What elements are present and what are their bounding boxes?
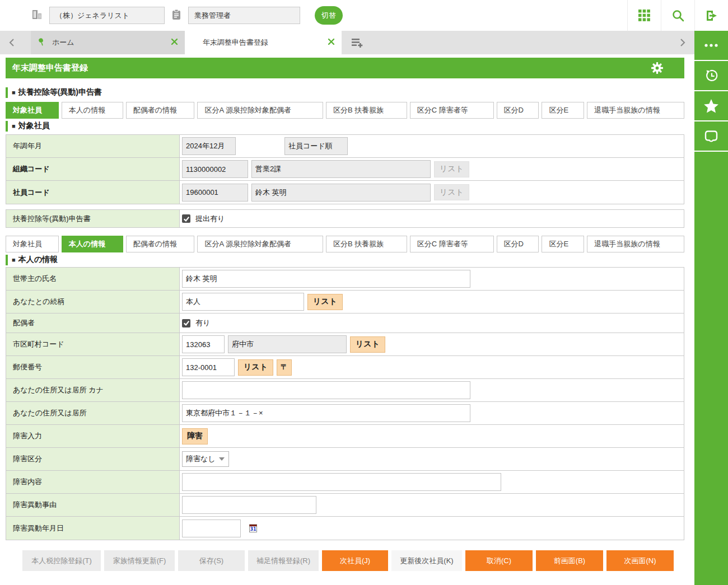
previous-screen-button[interactable]: 前画面(B)	[536, 550, 603, 571]
subtab-category-a[interactable]: 区分A 源泉控除対象配偶者	[197, 236, 323, 252]
tab-home[interactable]: ホーム	[31, 31, 185, 54]
tab-home-label: ホーム	[45, 38, 171, 48]
subtab-category-a[interactable]: 区分A 源泉控除対象配偶者	[197, 102, 323, 119]
supplementary-info-button: 補足情報登録(R)	[248, 550, 319, 571]
row-label: 扶養控除等(異動)申告書	[6, 210, 180, 227]
subtab-category-c[interactable]: 区分C 障害者等	[410, 102, 494, 119]
role-field[interactable]	[188, 7, 300, 24]
subtab-retirement-family[interactable]: 退職手当親族の情報	[587, 236, 684, 252]
page-title: 年末調整申告書登録	[6, 63, 88, 73]
chevron-left-icon[interactable]	[8, 38, 17, 47]
section-title: 本人の情報	[18, 255, 58, 265]
subtab-retirement-family[interactable]: 退職手当親族の情報	[587, 102, 684, 119]
city-code-field[interactable]	[182, 335, 225, 353]
row-nencho-month: 年調年月	[6, 135, 684, 158]
search-icon[interactable]	[661, 0, 694, 31]
city-list-button[interactable]: リスト	[350, 336, 385, 353]
row-disability-change-reason: 障害異動事由	[6, 494, 684, 517]
disability-change-reason-field[interactable]	[182, 496, 316, 514]
company-field[interactable]	[49, 7, 165, 24]
disability-detail-field[interactable]	[182, 473, 501, 491]
apps-grid-icon[interactable]	[627, 0, 661, 31]
company-building-icon	[31, 9, 43, 22]
personal-tax-deduction-button: 本人税控除登録(T)	[22, 550, 101, 571]
subtab-category-d[interactable]: 区分D	[497, 236, 539, 252]
subtab-spouse-info[interactable]: 配偶者の情報	[126, 236, 195, 252]
tab-nencho-label: 年末調整申告書登録	[192, 38, 328, 48]
disability-category-select[interactable]: 障害なし	[182, 451, 229, 467]
subtab-row-bottom: 対象社員 本人の情報 配偶者の情報 区分A 源泉控除対象配偶者 区分B 扶養親族…	[6, 236, 684, 252]
update-next-employee-button[interactable]: 更新後次社員(K)	[391, 550, 462, 571]
history-icon[interactable]	[694, 61, 728, 91]
subtab-category-e[interactable]: 区分E	[542, 236, 584, 252]
subtab-category-b[interactable]: 区分B 扶養親族	[326, 236, 407, 252]
row-org-code: 組織コード リスト	[6, 158, 684, 181]
submission-checkbox[interactable]	[182, 214, 190, 223]
address-kana-field[interactable]	[182, 381, 470, 399]
green-bar	[6, 87, 8, 98]
row-label: 組織コード	[6, 158, 180, 180]
subtab-category-d[interactable]: 区分D	[497, 102, 539, 119]
row-label: 障害異動年月日	[6, 517, 180, 540]
add-tab-icon[interactable]	[352, 38, 364, 50]
row-address: あなたの住所又は居所	[6, 402, 684, 425]
row-address-kana: あなたの住所又は居所 カナ	[6, 379, 684, 402]
memo-icon[interactable]	[694, 121, 728, 152]
next-screen-button[interactable]: 次画面(N)	[606, 550, 674, 571]
cancel-button[interactable]: 取消(C)	[465, 550, 533, 571]
clipboard-icon	[171, 9, 181, 22]
calendar-icon[interactable]: 31	[249, 523, 258, 533]
footer-button-bar: 本人税控除登録(T) 家族情報更新(F) 保存(S) 補足情報登録(R) 次社員…	[22, 550, 684, 571]
subtab-spouse-info[interactable]: 配偶者の情報	[126, 102, 195, 119]
close-icon[interactable]	[171, 38, 178, 47]
section-title: 扶養控除等(異動)申告書	[18, 87, 102, 97]
postal-mark-button[interactable]: 〒	[277, 359, 292, 376]
next-employee-button[interactable]: 次社員(J)	[322, 550, 388, 571]
disability-button[interactable]: 障害	[182, 428, 208, 444]
row-disability-entry: 障害入力 障害	[6, 425, 684, 448]
subtab-category-b[interactable]: 区分B 扶養親族	[326, 102, 407, 119]
row-employee-code: 社員コード リスト	[6, 181, 684, 204]
row-label: あなたとの続柄	[6, 291, 180, 313]
householder-name-field[interactable]	[182, 270, 470, 288]
subtab-category-c[interactable]: 区分C 障害者等	[410, 236, 494, 252]
postal-code-field[interactable]	[182, 358, 235, 376]
section-marker: ■	[12, 123, 16, 129]
relationship-list-button[interactable]: リスト	[307, 294, 343, 310]
tab-nencho-registration[interactable]: 年末調整申告書登録	[185, 31, 342, 54]
dropdown-arrow-icon	[219, 457, 225, 461]
row-householder-name: 世帯主の氏名	[6, 268, 684, 291]
personal-info-table: 世帯主の氏名 あなたとの続柄 リスト 配偶者 有り 市区町村コード	[6, 267, 684, 540]
relationship-field[interactable]	[182, 293, 304, 311]
org-code-field	[182, 160, 248, 178]
spouse-checkbox-label: 有り	[195, 318, 210, 328]
subtab-target-employee[interactable]: 対象社員	[6, 236, 59, 252]
subtab-category-e[interactable]: 区分E	[542, 102, 584, 119]
favorite-star-icon[interactable]	[694, 91, 728, 121]
row-label: 障害異動事由	[6, 494, 180, 516]
subtab-personal-info[interactable]: 本人の情報	[62, 102, 123, 119]
chevron-right-icon[interactable]	[678, 38, 687, 47]
subtab-personal-info[interactable]: 本人の情報	[62, 236, 123, 252]
gear-icon[interactable]	[651, 62, 664, 76]
green-bar	[6, 255, 8, 265]
green-bar	[6, 121, 8, 132]
svg-text:31: 31	[250, 527, 256, 532]
city-name-field	[228, 335, 347, 353]
ellipsis-icon[interactable]	[694, 31, 728, 61]
switch-button[interactable]: 切替	[315, 6, 343, 25]
right-sidebar	[694, 31, 728, 585]
logout-icon[interactable]	[694, 0, 728, 31]
disability-change-date-field[interactable]	[182, 520, 241, 537]
row-disability-change-date: 障害異動年月日 31	[6, 517, 684, 540]
subtab-target-employee[interactable]: 対象社員	[6, 102, 59, 119]
pin-icon	[38, 38, 45, 48]
address-field[interactable]	[182, 404, 470, 422]
close-icon[interactable]	[328, 38, 335, 47]
topbar-left-group: 切替	[0, 6, 343, 25]
section-header-declaration: ■ 扶養控除等(異動)申告書	[6, 86, 684, 99]
topbar-right-group	[627, 0, 728, 31]
postal-list-button[interactable]: リスト	[238, 359, 273, 376]
spouse-checkbox[interactable]	[182, 319, 190, 327]
row-label: 障害入力	[6, 425, 180, 447]
